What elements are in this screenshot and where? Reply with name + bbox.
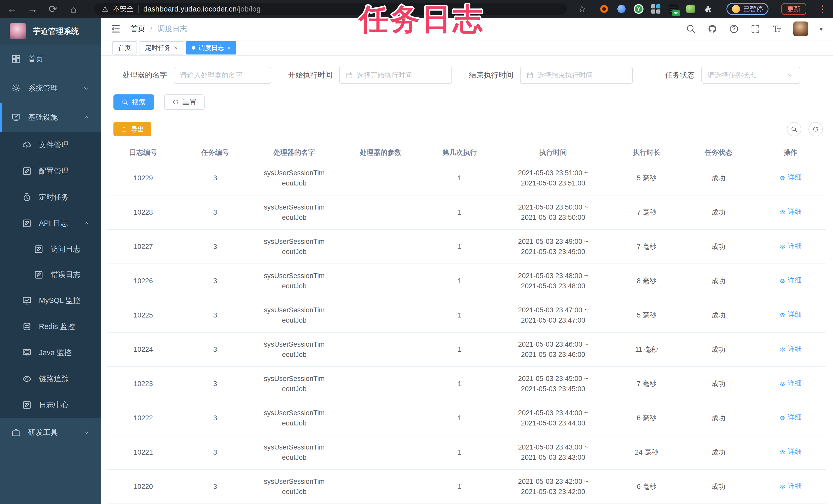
page-url[interactable]: dashboard.yudao.iocoder.cn/job/log — [143, 5, 261, 13]
browser-home-icon[interactable]: ⌂ — [68, 4, 79, 14]
help-icon[interactable] — [729, 24, 739, 34]
sidebar-item-trace[interactable]: 链路追踪 — [0, 366, 101, 392]
eye-icon — [779, 414, 786, 421]
sidebar-item-file[interactable]: 文件管理 — [0, 132, 101, 158]
tag-view-tab[interactable]: 定时任务 × — [140, 41, 183, 54]
sidebar-item-infra[interactable]: 基础设施 — [0, 103, 101, 132]
java-monitor-icon — [22, 348, 32, 358]
chevron-down-icon — [83, 85, 90, 92]
tag-view-tab[interactable]: 调度日志 × — [186, 41, 236, 54]
column-header: 第几次执行 — [424, 144, 496, 161]
avatar-caret-down-icon[interactable]: ▾ — [819, 25, 823, 33]
table-row: 10223 3 sysUserSessionTimeoutJob 1 2021-… — [107, 367, 826, 401]
sidebar-item-log-center[interactable]: 日志中心 — [0, 392, 101, 418]
detail-link[interactable]: 详细 — [779, 412, 802, 422]
profile-paused-chip[interactable]: 已暂停 — [727, 3, 768, 15]
column-header: 执行时长 — [611, 144, 683, 161]
extension-y-icon[interactable]: Y — [634, 4, 643, 14]
bookmark-star-icon[interactable]: ☆ — [577, 3, 586, 15]
update-label: 更新 — [787, 5, 801, 14]
cell-status: 成功 — [683, 435, 754, 470]
user-avatar[interactable] — [793, 22, 808, 36]
sidebar-item-home[interactable]: 首页 — [0, 45, 101, 74]
browser-forward-icon[interactable]: → — [27, 4, 39, 14]
sidebar-item-config[interactable]: 配置管理 — [0, 158, 101, 184]
browser-update-button[interactable]: 更新 — [781, 3, 806, 15]
sidebar-item-system[interactable]: 系统管理 — [0, 74, 101, 103]
detail-link[interactable]: 详细 — [779, 241, 802, 251]
cell-exec-index: 1 — [424, 435, 496, 470]
sidebar-item-redis[interactable]: Redis 监控 — [0, 314, 101, 340]
cell-log-id: 10229 — [107, 161, 179, 195]
cell-job-id: 3 — [179, 401, 251, 435]
fullscreen-icon[interactable] — [750, 24, 761, 34]
detail-link[interactable]: 详细 — [779, 275, 802, 285]
tag-view-tab[interactable]: 首页 — [113, 41, 137, 54]
github-icon[interactable] — [707, 24, 717, 34]
sidebar-item-access-log[interactable]: 访问日志 — [0, 236, 101, 262]
reset-button[interactable]: 重置 — [164, 94, 205, 110]
sidebar-item-error-log[interactable]: 错误日志 — [0, 262, 101, 287]
cell-job-id: 3 — [179, 367, 251, 401]
detail-link[interactable]: 详细 — [779, 447, 802, 457]
close-tab-icon[interactable]: × — [227, 45, 231, 51]
extension-blue-icon[interactable] — [616, 4, 626, 14]
browser-reload-icon[interactable]: ⟳ — [47, 4, 59, 14]
detail-link[interactable]: 详细 — [779, 172, 802, 182]
extensions-puzzle-icon[interactable] — [703, 4, 713, 14]
eye-icon — [779, 380, 786, 386]
breadcrumb-home[interactable]: 首页 — [130, 24, 145, 34]
sidebar-menu: 首页 系统管理 基础设施 文件管理 配置管理 定时任务 API 日志 访问日志 … — [0, 45, 101, 447]
detail-link[interactable]: 详细 — [779, 206, 802, 217]
refresh-icon — [812, 126, 819, 132]
cell-actions: 详细 — [754, 229, 826, 264]
not-secure-label[interactable]: 不安全 — [113, 4, 134, 14]
sidebar-item-job[interactable]: 定时任务 — [0, 184, 101, 210]
detail-link[interactable]: 详细 — [779, 344, 802, 354]
job-status-select[interactable]: 请选择任务状态 — [701, 67, 800, 84]
cell-exec-index: 1 — [424, 195, 496, 229]
extension-green-icon[interactable] — [686, 4, 696, 14]
detail-link[interactable]: 详细 — [779, 481, 802, 491]
cell-actions: 详细 — [754, 298, 826, 332]
overlay-title: 任务日志 — [359, 0, 484, 40]
detail-link[interactable]: 详细 — [779, 309, 802, 320]
end-time-input[interactable]: 选择结束执行时间 — [520, 67, 633, 84]
export-button[interactable]: 导出 — [114, 122, 151, 136]
toggle-search-button[interactable] — [787, 122, 801, 136]
cell-job-id: 3 — [179, 435, 251, 470]
handler-name-input[interactable] — [174, 67, 271, 84]
start-time-input[interactable]: 选择开始执行时间 — [339, 67, 452, 84]
browser-back-icon[interactable]: ← — [6, 4, 18, 14]
cell-handler: sysUserSessionTimeoutJob — [251, 470, 337, 504]
end-time-placeholder: 选择结束执行时间 — [538, 71, 593, 80]
sidebar-item-dev-tools[interactable]: 研发工具 — [0, 418, 101, 447]
search-icon[interactable] — [686, 24, 696, 34]
page-content: 处理器的名字 开始执行时间 选择开始执行时间 结束执行时间 — [101, 55, 833, 504]
close-tab-icon[interactable]: × — [174, 45, 177, 51]
detail-link[interactable]: 详细 — [779, 378, 802, 388]
cell-handler: sysUserSessionTimeoutJob — [251, 195, 337, 229]
start-time-placeholder: 选择开始执行时间 — [357, 71, 412, 80]
cell-param — [337, 195, 424, 229]
browser-menu-kebab-icon[interactable]: ⋮ — [818, 4, 827, 14]
refresh-table-button[interactable] — [808, 122, 823, 136]
extension-ring-icon[interactable] — [599, 4, 609, 14]
monitor-check-icon — [11, 112, 21, 122]
text-size-icon[interactable] — [772, 24, 782, 34]
table-row: 10225 3 sysUserSessionTimeoutJob 1 2021-… — [107, 298, 826, 332]
search-button[interactable]: 搜索 — [114, 94, 154, 110]
cell-actions: 详细 — [754, 401, 826, 435]
sidebar-item-mysql[interactable]: MySQL 监控 — [0, 287, 101, 314]
sidebar-item-java[interactable]: Java 监控 — [0, 340, 101, 366]
cell-job-id: 3 — [179, 264, 251, 298]
sidebar-item-api-log[interactable]: API 日志 — [0, 210, 101, 236]
collapse-sidebar-icon[interactable] — [110, 24, 121, 34]
extension-switch-icon[interactable]: on — [668, 4, 678, 14]
address-bar[interactable]: ⚠ 不安全 dashboard.yudao.iocoder.cn/job/log — [94, 3, 567, 15]
cell-job-id: 3 — [179, 332, 251, 367]
not-secure-warning-icon: ⚠ — [102, 5, 108, 13]
app-logo — [10, 23, 26, 40]
extension-grid-icon[interactable] — [651, 4, 661, 14]
cell-log-id: 10226 — [107, 264, 179, 298]
